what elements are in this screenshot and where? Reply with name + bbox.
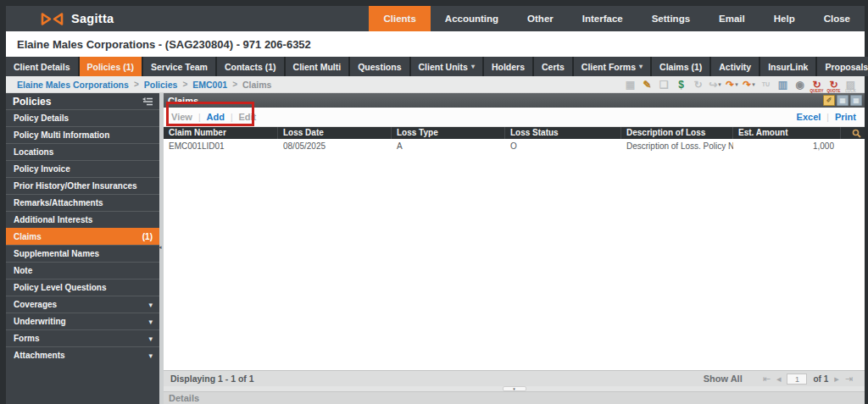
tab-client-multi[interactable]: Client Multi <box>286 57 349 76</box>
breadcrumb-item-policies[interactable]: Policies <box>144 80 178 90</box>
sidebar-items: Policy DetailsPolicy Multi InformationLo… <box>6 109 159 363</box>
previous-page-icon[interactable]: ◂ <box>776 374 782 384</box>
export-doc-icon-glyph: ↷ <box>726 80 734 90</box>
sidebar-item-coverages[interactable]: Coverages▾ <box>6 296 159 313</box>
save-icon[interactable]: ▦ <box>623 77 637 91</box>
tab-service-team[interactable]: Service Team <box>143 57 215 76</box>
first-page-icon[interactable]: ⇤ <box>763 374 771 384</box>
sidebar-item-underwriting[interactable]: Underwriting▾ <box>6 313 159 329</box>
preview-icon[interactable]: ◉ <box>793 77 807 91</box>
link-icon[interactable]: ↻ <box>691 77 705 91</box>
table-search-icon[interactable] <box>841 127 865 139</box>
query-icon[interactable]: ↻QUERY <box>810 77 824 91</box>
add-button[interactable]: Add <box>206 112 224 122</box>
sidebar-item-locations[interactable]: Locations <box>6 143 159 160</box>
top-menu-help[interactable]: Help <box>760 6 810 31</box>
column-header-loss-type[interactable]: Loss Type <box>392 127 505 139</box>
record-actions: View|Add|Edit <box>171 112 256 122</box>
tu-icon[interactable]: TU <box>759 77 773 91</box>
tab-policies-1[interactable]: Policies (1) <box>80 57 142 76</box>
sidebar-item-label: Attachments <box>14 351 148 360</box>
sidebar-item-additional-interests[interactable]: Additional Interests <box>6 211 159 228</box>
tab-activity[interactable]: Activity <box>711 57 759 76</box>
sidebar-item-policy-invoice[interactable]: Policy Invoice <box>6 160 159 177</box>
export-doc-icon[interactable]: ↷▾ <box>725 77 739 91</box>
save-view-icon[interactable]: ▦ <box>837 95 849 106</box>
top-menu-interface[interactable]: Interface <box>568 6 637 31</box>
client-tab-bar: Client DetailsPolicies (1)Service TeamCo… <box>6 57 865 76</box>
lock-icon[interactable]: ▨LOCK <box>843 77 858 91</box>
page-number-input[interactable]: 1 <box>787 374 807 385</box>
tab-proposals[interactable]: Proposals▾ <box>817 57 868 76</box>
print-link[interactable]: Print <box>835 112 856 122</box>
sidebar-item-remarks-attachments[interactable]: Remarks/Attachments <box>6 194 159 211</box>
top-menu-other[interactable]: Other <box>513 6 568 31</box>
sidebar-item-label: Note <box>14 266 153 275</box>
column-header-claim-number[interactable]: Claim Number <box>164 127 278 139</box>
copy-icon[interactable]: ❑ <box>657 77 671 91</box>
last-page-icon[interactable]: ⇥ <box>845 374 853 384</box>
sidebar-item-label: Policy Details <box>14 113 153 123</box>
sidebar-item-claims[interactable]: Claims(1) <box>6 228 159 245</box>
brand-name: Sagitta <box>71 12 114 25</box>
tab-holders[interactable]: Holders <box>484 57 532 76</box>
breadcrumb-item-emc001[interactable]: EMC001 <box>192 80 227 90</box>
sidebar-item-label: Remarks/Attachments <box>14 198 153 208</box>
show-all-button[interactable]: Show All <box>704 374 743 384</box>
send-icon[interactable]: ↪▾ <box>708 77 722 91</box>
top-menu-email[interactable]: Email <box>704 6 760 31</box>
cell-est-amount: 1,000 <box>733 141 841 151</box>
sidebar-item-note[interactable]: Note <box>6 262 159 279</box>
details-splitter[interactable]: ▾ <box>164 386 865 391</box>
sidebar-item-policy-details[interactable]: Policy Details <box>6 109 159 126</box>
sidebar-item-label: Locations <box>14 147 153 157</box>
tab-contacts-1[interactable]: Contacts (1) <box>217 57 284 76</box>
top-menu-settings[interactable]: Settings <box>637 6 704 31</box>
quote-icon[interactable]: ↻QUOTE <box>826 77 841 91</box>
splitter-handle-icon[interactable]: ▾ <box>503 386 526 391</box>
quote-icon-glyph: ↻ <box>829 80 837 90</box>
pin-icon[interactable]: ✐ <box>823 95 835 106</box>
edit-icon-glyph: ✎ <box>643 80 651 90</box>
column-header-loss-date[interactable]: Loss Date <box>278 127 392 139</box>
top-menu-close[interactable]: Close <box>810 6 865 31</box>
tab-claims-1[interactable]: Claims (1) <box>652 57 709 76</box>
column-header-est-amount[interactable]: Est. Amount <box>733 127 841 139</box>
excel-link[interactable]: Excel <box>797 112 821 122</box>
tab-certs[interactable]: Certs <box>534 57 572 76</box>
money-icon[interactable]: $ <box>674 77 688 91</box>
tab-label: Service Team <box>151 62 208 72</box>
cell-loss-type: A <box>392 141 505 151</box>
sidebar-item-prior-history-other-insurances[interactable]: Prior History/Other Insurances <box>6 177 159 194</box>
sidebar-item-policy-multi-information[interactable]: Policy Multi Information <box>6 126 159 143</box>
sidebar-item-label: Claims <box>14 232 142 241</box>
edit-button[interactable]: Edit <box>238 112 256 122</box>
table-row[interactable]: EMC001LID0108/05/2025AODescription of Lo… <box>164 139 865 152</box>
edit-icon[interactable]: ✎ <box>640 77 654 91</box>
breadcrumb-item-elaine-males-corporations[interactable]: Elaine Males Corporations <box>17 80 129 90</box>
collapse-menu-icon[interactable] <box>142 97 153 106</box>
chevron-down-icon: ▾ <box>471 63 475 70</box>
next-page-icon[interactable]: ▸ <box>834 374 839 384</box>
top-menu-accounting[interactable]: Accounting <box>431 6 513 31</box>
export-mail-icon[interactable]: ↷▾ <box>742 77 756 91</box>
page-of-label: of 1 <box>813 374 828 384</box>
image-icon[interactable]: ▥ <box>776 77 790 91</box>
tab-insurlink[interactable]: InsurLink <box>760 57 815 76</box>
top-menu-clients[interactable]: Clients <box>369 6 430 31</box>
column-header-description-of-loss[interactable]: Description of Loss <box>621 127 733 139</box>
send-icon-glyph: ↪ <box>709 80 717 90</box>
column-header-loss-status[interactable]: Loss Status <box>505 127 621 139</box>
sidebar-item-supplemental-names[interactable]: Supplemental Names <box>6 245 159 262</box>
tab-client-forms[interactable]: Client Forms▾ <box>574 57 650 76</box>
sidebar-item-attachments[interactable]: Attachments▾ <box>6 346 159 363</box>
restore-view-icon[interactable]: ▦ <box>850 95 862 106</box>
chevron-down-icon: ▾ <box>718 81 721 88</box>
tab-client-units[interactable]: Client Units▾ <box>411 57 482 76</box>
sidebar-item-forms[interactable]: Forms▾ <box>6 329 159 346</box>
tab-client-details[interactable]: Client Details <box>6 57 78 76</box>
sidebar-item-policy-level-questions[interactable]: Policy Level Questions <box>6 279 159 296</box>
separator: | <box>198 113 201 122</box>
view-button[interactable]: View <box>171 112 192 122</box>
tab-questions[interactable]: Questions <box>350 57 409 76</box>
